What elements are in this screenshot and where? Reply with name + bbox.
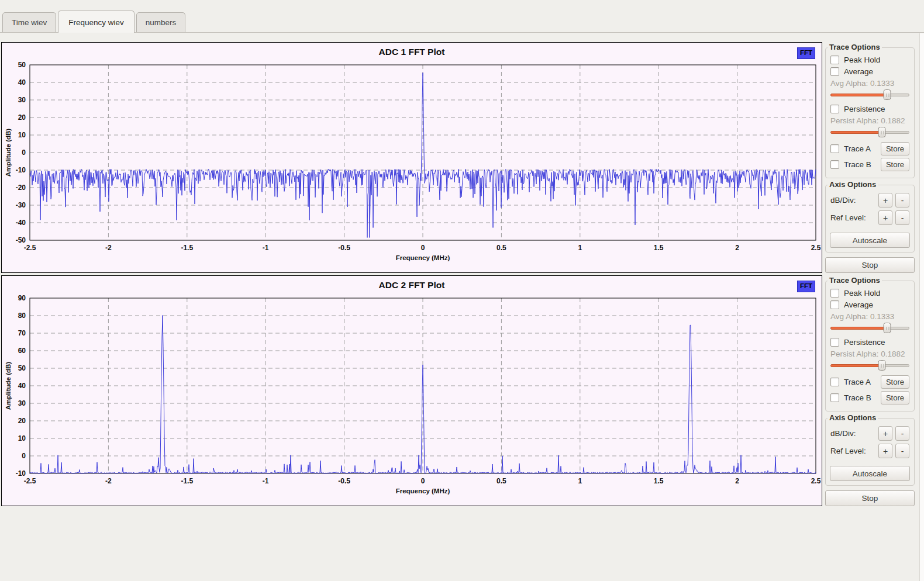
trace-a-row: Trace A Store	[830, 142, 909, 155]
db-div-minus-button[interactable]: -	[895, 426, 909, 441]
svg-text:-30: -30	[16, 201, 26, 209]
svg-text:0.5: 0.5	[497, 477, 506, 485]
tab-numbers[interactable]: numbers	[136, 12, 186, 32]
fft-badge: FFT	[797, 47, 815, 59]
trace-a-checkbox[interactable]: Trace A	[830, 144, 871, 153]
tab-bar: Time wiev Frequency wiev numbers	[0, 0, 924, 33]
tab-frequency-wiev[interactable]: Frequency wiev	[58, 11, 135, 33]
checkbox-icon[interactable]	[830, 144, 839, 153]
db-div-minus-button[interactable]: -	[895, 193, 909, 208]
stop-button[interactable]: Stop	[825, 490, 915, 506]
slider-thumb[interactable]	[884, 89, 891, 100]
avg-alpha-slider[interactable]	[830, 323, 909, 334]
ref-level-row: Ref Level: + -	[830, 444, 909, 458]
store-trace-a-button[interactable]: Store	[881, 142, 909, 155]
fft-badge: FFT	[797, 281, 815, 292]
autoscale-button[interactable]: Autoscale	[830, 233, 910, 248]
svg-text:Frequency (MHz): Frequency (MHz)	[396, 254, 450, 261]
trace-b-checkbox[interactable]: Trace B	[830, 160, 871, 169]
checkbox-icon[interactable]	[830, 105, 839, 113]
trace-a-label: Trace A	[844, 378, 871, 386]
ref-level-plus-button[interactable]: +	[878, 444, 892, 458]
checkbox-icon[interactable]	[830, 338, 839, 347]
persist-alpha-value: Persist Alpha: 0.1882	[830, 116, 909, 125]
adc1-plot-title: ADC 1 FFT Plot	[2, 47, 822, 57]
trace-a-checkbox[interactable]: Trace A	[830, 378, 871, 386]
svg-text:-0.5: -0.5	[338, 244, 350, 252]
peak-hold-checkbox[interactable]: Peak Hold	[830, 289, 909, 298]
trace-b-row: Trace B Store	[830, 391, 909, 404]
persist-alpha-value: Persist Alpha: 0.1882	[830, 350, 909, 358]
axis-options-group: Axis Options dB/Div: + - Ref Level: + - …	[825, 418, 915, 486]
window-edge	[919, 33, 924, 581]
average-checkbox[interactable]: Average	[830, 67, 909, 76]
svg-text:1: 1	[578, 244, 582, 252]
ref-level-plus-button[interactable]: +	[878, 210, 892, 225]
svg-text:Amplitude (dB): Amplitude (dB)	[5, 362, 12, 410]
slider-thumb[interactable]	[878, 127, 886, 137]
svg-text:30: 30	[18, 399, 26, 407]
checkbox-icon[interactable]	[830, 289, 839, 298]
adc2-plot-panel: ADC 2 FFT Plot FFT 9080706050403020100-1…	[1, 275, 822, 506]
ref-level-minus-button[interactable]: -	[895, 210, 909, 225]
adc1-options-column: Trace Options Peak Hold Average Avg Alph…	[825, 42, 915, 273]
avg-alpha-value: Avg Alpha: 0.1333	[830, 79, 909, 88]
svg-text:1: 1	[578, 477, 582, 485]
avg-alpha-value: Avg Alpha: 0.1333	[830, 312, 909, 321]
persistence-checkbox[interactable]: Persistence	[830, 338, 909, 347]
slider-fill	[830, 364, 882, 367]
checkbox-icon[interactable]	[830, 300, 839, 309]
svg-text:2: 2	[735, 477, 739, 485]
svg-text:10: 10	[18, 131, 26, 139]
svg-text:-2.5: -2.5	[24, 477, 36, 485]
peak-hold-label: Peak Hold	[844, 289, 880, 298]
persist-alpha-slider[interactable]	[830, 127, 909, 138]
frequency-view-page: ADC 1 FFT Plot FFT 50403020100-10-20-30-…	[0, 33, 924, 506]
svg-text:-10: -10	[16, 469, 26, 478]
checkbox-icon[interactable]	[830, 56, 839, 64]
avg-alpha-slider[interactable]	[830, 89, 909, 101]
trace-b-row: Trace B Store	[830, 158, 909, 171]
db-div-label: dB/Div:	[830, 196, 875, 205]
ref-level-label: Ref Level:	[830, 447, 875, 455]
svg-text:60: 60	[18, 347, 26, 355]
slider-fill	[830, 131, 882, 134]
average-checkbox[interactable]: Average	[830, 300, 909, 309]
checkbox-icon[interactable]	[830, 67, 839, 76]
store-trace-b-button[interactable]: Store	[881, 391, 909, 404]
slider-thumb[interactable]	[884, 323, 891, 333]
ref-level-label: Ref Level:	[830, 213, 875, 222]
svg-text:Amplitude (dB): Amplitude (dB)	[5, 129, 12, 177]
checkbox-icon[interactable]	[830, 160, 839, 169]
svg-text:0: 0	[421, 477, 425, 485]
adc1-fft-chart[interactable]: 50403020100-10-20-30-40-50-2.5-2-1.5-1-0…	[3, 61, 820, 265]
tab-time-wiev[interactable]: Time wiev	[2, 12, 56, 32]
svg-text:-2: -2	[105, 244, 112, 252]
db-div-plus-button[interactable]: +	[878, 426, 892, 441]
checkbox-icon[interactable]	[830, 378, 839, 386]
average-label: Average	[844, 67, 873, 76]
persistence-checkbox[interactable]: Persistence	[830, 105, 909, 113]
stop-button[interactable]: Stop	[825, 257, 915, 273]
adc2-fft-chart[interactable]: 9080706050403020100-10-2.5-2-1.5-1-0.500…	[3, 295, 820, 498]
slider-fill	[830, 327, 887, 330]
slider-fill	[830, 94, 887, 96]
store-trace-a-button[interactable]: Store	[881, 375, 909, 389]
store-trace-b-button[interactable]: Store	[881, 158, 909, 171]
ref-level-minus-button[interactable]: -	[895, 444, 909, 458]
svg-text:20: 20	[18, 113, 26, 122]
axis-options-title: Axis Options	[828, 180, 878, 189]
svg-text:10: 10	[18, 434, 26, 442]
svg-text:2.5: 2.5	[811, 477, 821, 485]
svg-text:50: 50	[18, 61, 26, 69]
peak-hold-checkbox[interactable]: Peak Hold	[830, 56, 909, 64]
autoscale-button[interactable]: Autoscale	[830, 466, 910, 481]
trace-b-checkbox[interactable]: Trace B	[830, 393, 871, 402]
persist-alpha-slider[interactable]	[830, 360, 909, 371]
svg-text:90: 90	[18, 294, 26, 302]
slider-thumb[interactable]	[878, 360, 886, 371]
svg-text:2: 2	[735, 244, 739, 252]
checkbox-icon[interactable]	[830, 393, 839, 402]
svg-text:-1: -1	[263, 477, 269, 485]
db-div-plus-button[interactable]: +	[878, 193, 892, 208]
